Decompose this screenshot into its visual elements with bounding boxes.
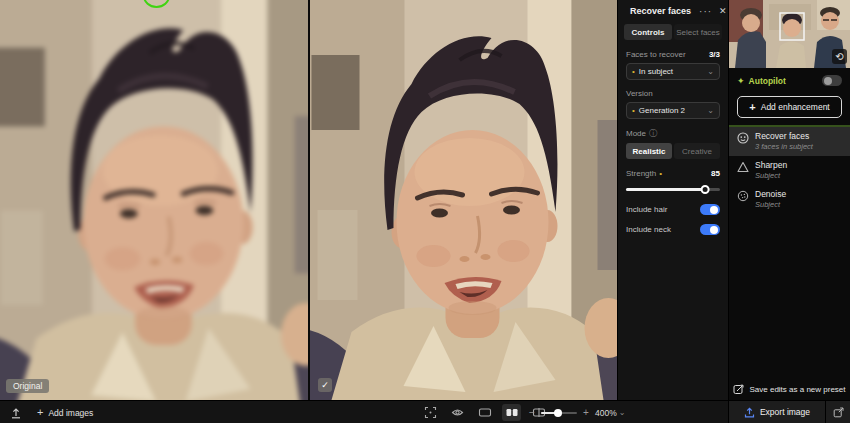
sparkle-icon: ✦ (737, 76, 745, 86)
mode-segmented-control: Realistic Creative (626, 143, 720, 159)
strength-value: 85 (711, 169, 720, 178)
include-hair-toggle[interactable] (700, 204, 720, 215)
export-row: Export image (729, 400, 850, 423)
open-external-icon (833, 407, 844, 418)
autopilot-label: Autopilot (749, 76, 818, 86)
status-dot-icon: • (632, 67, 635, 76)
autopilot-toggle[interactable] (822, 75, 842, 86)
panel-header: Recover faces ··· ✕ (626, 0, 720, 22)
sidebar: ⟲ ✦ Autopilot + Add enhancement Recover … (728, 0, 850, 423)
photo-after (310, 0, 617, 400)
zoom-level-select[interactable]: 400% ⌄ (595, 408, 625, 418)
export-image-label: Export image (760, 407, 810, 417)
enhancement-detail: 3 faces in subject (755, 142, 813, 151)
triangle-icon (737, 161, 749, 173)
save-preset-icon (733, 384, 744, 395)
strength-label: Strength (626, 169, 656, 178)
include-neck-row: Include neck (626, 224, 720, 235)
enhancement-item-recover-faces[interactable]: Recover faces 3 faces in subject (729, 127, 850, 156)
faces-to-recover-label: Faces to recover (626, 50, 686, 59)
include-neck-toggle[interactable] (700, 224, 720, 235)
open-external-button[interactable] (826, 401, 850, 423)
autopilot-row: ✦ Autopilot (729, 70, 850, 91)
preview-toggle-button[interactable] (448, 404, 467, 421)
chevron-down-icon: ⌄ (707, 106, 714, 115)
info-icon: ⓘ (649, 128, 657, 139)
photo-before (0, 0, 308, 400)
fit-to-screen-button[interactable] (421, 404, 440, 421)
version-label: Version (626, 89, 720, 98)
enhancement-item-denoise[interactable]: Denoise Subject (729, 185, 850, 214)
face-icon (737, 132, 749, 144)
enhancement-list: Recover faces 3 faces in subject Sharpen… (729, 127, 850, 214)
add-images-button[interactable]: + Add images (37, 407, 93, 418)
close-icon[interactable]: ✕ (719, 6, 727, 16)
side-by-side-view-icon (505, 406, 519, 419)
upload-icon[interactable] (10, 407, 22, 419)
after-image-pane[interactable]: ✓ (310, 0, 617, 400)
enhancement-name: Sharpen (755, 160, 787, 170)
add-enhancement-button[interactable]: + Add enhancement (737, 96, 842, 118)
include-hair-label: Include hair (626, 205, 667, 214)
strength-slider[interactable] (626, 183, 720, 195)
faces-to-recover-value: 3/3 (709, 50, 720, 59)
subject-select[interactable]: • In subject ⌄ (626, 63, 720, 80)
version-select[interactable]: • Generation 2 ⌄ (626, 102, 720, 119)
enhancement-name: Denoise (755, 189, 786, 199)
chevron-down-icon: ⌄ (707, 67, 714, 76)
image-viewer: Original ✓ (0, 0, 617, 400)
strength-fill (626, 188, 706, 191)
mode-creative-button[interactable]: Creative (674, 143, 720, 159)
enhancement-item-sharpen[interactable]: Sharpen Subject (729, 156, 850, 185)
panel-tabs: Controls Select faces (624, 24, 722, 40)
plus-icon: + (749, 102, 755, 113)
zoom-level-value: 400% (595, 408, 617, 418)
status-dot-icon: • (659, 169, 662, 178)
include-neck-label: Include neck (626, 225, 671, 234)
more-options-icon[interactable]: ··· (699, 6, 712, 17)
mode-label: Mode (626, 129, 646, 138)
tab-select-faces[interactable]: Select faces (674, 24, 722, 40)
zoom-controls: − + 400% ⌄ (528, 401, 625, 423)
mode-realistic-button[interactable]: Realistic (626, 143, 672, 159)
enhancement-name: Recover faces (755, 131, 813, 141)
plus-icon: + (37, 407, 43, 418)
faces-to-recover-row: Faces to recover 3/3 (626, 50, 720, 59)
recover-faces-panel: Recover faces ··· ✕ Controls Select face… (617, 0, 728, 400)
photo-editor-app: Original ✓ Recover faces ··· ✕ Controls … (0, 0, 850, 423)
zoom-slider[interactable] (541, 408, 577, 417)
side-by-side-view-button[interactable] (502, 404, 521, 421)
tab-controls[interactable]: Controls (624, 24, 672, 40)
zoom-in-button[interactable]: + (582, 407, 590, 418)
version-select-value: Generation 2 (639, 106, 685, 115)
original-badge: Original (6, 379, 49, 393)
save-preset-button[interactable]: Save edits as a new preset (729, 378, 850, 400)
denoise-icon (737, 190, 749, 202)
enhanced-badge-icon: ✓ (318, 378, 332, 392)
add-images-label: Add images (48, 408, 93, 418)
before-image-pane[interactable]: Original (0, 0, 308, 400)
bottom-toolbar: + Add images (0, 400, 728, 423)
export-image-button[interactable]: Export image (729, 401, 825, 423)
rotate-icon[interactable]: ⟲ (832, 49, 847, 64)
add-enhancement-label: Add enhancement (761, 102, 830, 112)
eye-icon (451, 406, 464, 419)
enhancement-detail: Subject (755, 200, 786, 209)
zoom-out-button[interactable]: − (528, 407, 536, 418)
chevron-down-icon: ⌄ (619, 408, 626, 417)
fit-to-screen-icon (424, 406, 437, 419)
enhancement-detail: Subject (755, 171, 787, 180)
strength-knob[interactable] (700, 185, 709, 194)
save-preset-label: Save edits as a new preset (749, 385, 845, 394)
zoom-slider-knob[interactable] (554, 409, 562, 417)
subject-select-value: In subject (639, 67, 673, 76)
mode-label-row: Mode ⓘ (626, 128, 720, 139)
panel-title: Recover faces (630, 6, 691, 16)
status-dot-icon: • (632, 106, 635, 115)
export-icon (744, 407, 755, 418)
strength-row: Strength • 85 (626, 169, 720, 178)
single-view-icon (478, 406, 492, 419)
image-thumbnail[interactable]: ⟲ (729, 0, 850, 68)
single-view-button[interactable] (475, 404, 494, 421)
include-hair-row: Include hair (626, 204, 720, 215)
